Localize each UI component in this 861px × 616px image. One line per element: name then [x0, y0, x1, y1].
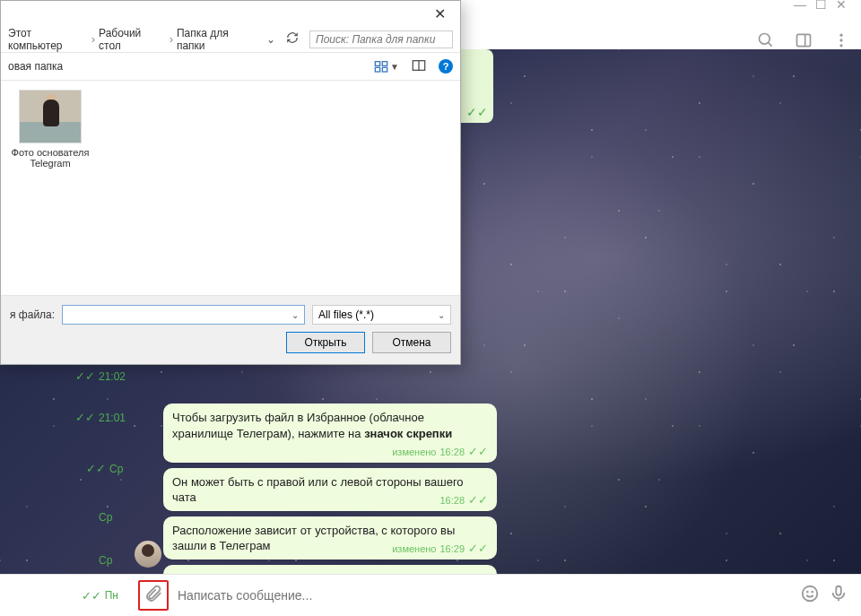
message-input[interactable]: [178, 588, 791, 603]
breadcrumb-part[interactable]: Папка для папки: [177, 27, 259, 52]
partial-message: ✓✓: [457, 49, 493, 123]
attach-button[interactable]: [138, 580, 169, 611]
message-bubble[interactable]: Чтобы загрузить файл в Избранное (облачн…: [163, 403, 497, 463]
svg-rect-10: [836, 586, 841, 595]
chevron-down-icon[interactable]: ⌄: [266, 33, 275, 46]
emoji-button[interactable]: [800, 584, 820, 607]
preview-pane-button[interactable]: [412, 59, 426, 74]
date-marker: Ср: [99, 511, 112, 524]
message-bubble[interactable]: Расположение зависит от устройства, с ко…: [163, 516, 497, 560]
svg-point-7: [803, 586, 818, 602]
edited-label: изменено: [392, 446, 436, 459]
read-ticks-icon: ✓✓: [468, 492, 488, 508]
filetype-value: All files (*.*): [318, 308, 374, 321]
view-mode-button[interactable]: ▼: [374, 60, 399, 73]
message-time: 16:28: [439, 494, 465, 508]
voice-button[interactable]: [829, 584, 848, 607]
chevron-right-icon: ›: [91, 33, 95, 46]
refresh-button[interactable]: [281, 31, 304, 47]
message-bold: значок скрепки: [364, 427, 452, 440]
edited-label: изменено: [392, 542, 436, 556]
chevron-down-icon: ⌄: [438, 310, 445, 320]
svg-rect-14: [382, 62, 387, 66]
dialog-close-button[interactable]: ✕: [427, 4, 453, 24]
message-time: 16:29: [439, 542, 465, 556]
svg-point-4: [839, 33, 842, 36]
date-marker: ✓✓21:01: [75, 411, 126, 424]
svg-point-6: [839, 44, 842, 47]
new-folder-button[interactable]: овая папка: [8, 60, 63, 73]
filename-input[interactable]: ⌄: [62, 305, 305, 325]
help-button[interactable]: ?: [439, 59, 453, 74]
breadcrumb-part[interactable]: Этот компьютер: [8, 27, 88, 52]
file-item[interactable]: Фото основателя Telegram: [10, 90, 91, 169]
read-ticks-icon: ✓✓: [468, 444, 488, 460]
thumbnails-icon: [374, 60, 388, 73]
date-marker: Ср: [99, 554, 112, 567]
file-open-dialog: ✕ Этот компьютер › Рабочий стол › Папка …: [0, 0, 461, 365]
svg-point-8: [807, 592, 808, 593]
paperclip-icon: [144, 584, 163, 603]
date-marker: ✓✓Пн: [0, 574, 126, 616]
open-button[interactable]: Открыть: [286, 332, 365, 353]
win-maximize[interactable]: ☐: [815, 0, 827, 12]
file-name-label: Фото основателя Telegram: [10, 147, 91, 169]
win-minimize[interactable]: —: [794, 0, 806, 12]
filename-label: я файла:: [10, 308, 55, 321]
message-input-bar: [126, 574, 861, 616]
date-marker: ✓✓21:02: [75, 369, 126, 383]
avatar[interactable]: [135, 541, 161, 568]
read-ticks-icon: ✓✓: [468, 541, 488, 557]
refresh-icon: [286, 31, 299, 44]
date-marker: ✓✓Ср: [86, 462, 123, 475]
file-list[interactable]: Фото основателя Telegram: [1, 80, 460, 295]
message-time: 16:28: [439, 446, 465, 459]
svg-point-5: [839, 39, 842, 41]
svg-point-0: [760, 33, 770, 44]
dialog-search[interactable]: [309, 30, 453, 48]
win-close[interactable]: ✕: [836, 0, 847, 12]
chevron-right-icon: ›: [170, 33, 173, 46]
preview-icon: [412, 59, 426, 72]
breadcrumb-part[interactable]: Рабочий стол: [99, 27, 166, 52]
svg-rect-16: [382, 67, 387, 72]
smile-icon: [800, 584, 820, 603]
message-text: Он может быть с правой или с левой сторо…: [172, 475, 464, 505]
svg-line-1: [769, 42, 772, 46]
breadcrumb[interactable]: Этот компьютер › Рабочий стол › Папка дл…: [8, 27, 275, 52]
search-input[interactable]: [316, 33, 451, 46]
filetype-select[interactable]: All files (*.*) ⌄: [312, 305, 451, 325]
cancel-button[interactable]: Отмена: [372, 332, 451, 353]
read-ticks-icon: ✓✓: [466, 105, 488, 119]
file-thumbnail: [19, 90, 82, 143]
svg-rect-2: [797, 34, 811, 46]
svg-point-9: [812, 592, 813, 593]
microphone-icon: [829, 584, 848, 603]
svg-rect-15: [375, 67, 379, 72]
message-bubble[interactable]: Он может быть с правой или с левой сторо…: [163, 468, 497, 511]
svg-rect-13: [375, 62, 379, 66]
